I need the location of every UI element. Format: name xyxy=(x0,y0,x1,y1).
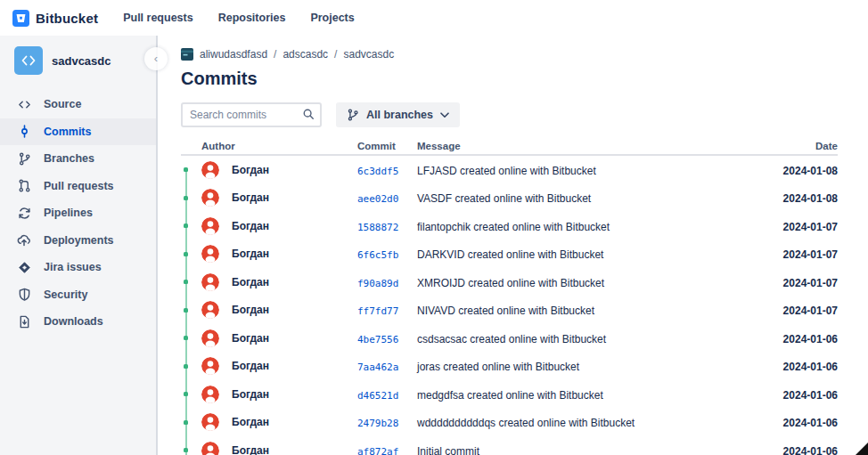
commit-message-link[interactable]: filantopchik created online with Bitbuck… xyxy=(417,221,610,233)
commit-graph-node xyxy=(181,280,201,284)
sidebar: sadvcasdc ‹ Source Commits xyxy=(0,36,158,455)
sidebar-item-security[interactable]: Security xyxy=(0,281,156,309)
commit-graph-node xyxy=(181,196,201,200)
sidebar-item-pull-requests[interactable]: Pull requests xyxy=(0,173,156,200)
commit-graph-node xyxy=(181,167,201,172)
sidebar-item-branches[interactable]: Branches xyxy=(0,145,156,173)
author-name: Богдан xyxy=(232,164,269,176)
commit-dot xyxy=(184,336,188,340)
bitbucket-logo[interactable]: Bitbucket xyxy=(12,10,98,27)
commit-message-link[interactable]: wddddddddddqs created online with Bitbuc… xyxy=(417,417,635,429)
commit-hash-link[interactable]: ff7fd77 xyxy=(357,305,398,317)
chevron-down-icon xyxy=(440,112,449,118)
commit-row: Богдан 1588872 filantopchik created onli… xyxy=(181,212,838,240)
commit-dot xyxy=(184,420,188,425)
deployments-icon xyxy=(17,233,31,248)
bitbucket-logo-icon xyxy=(12,10,29,27)
commit-hash-link[interactable]: 6c3ddf5 xyxy=(357,166,398,177)
pipelines-icon xyxy=(17,206,31,220)
commit-row: Богдан ff7fd77 NIVAVD created online wit… xyxy=(181,297,838,325)
author-avatar-icon xyxy=(201,189,219,207)
commit-hash-link[interactable]: af872af xyxy=(357,446,398,455)
commit-date: 2024-01-08 xyxy=(783,165,838,177)
sidebar-item-commits[interactable]: Commits xyxy=(0,118,156,146)
commit-row: Богдан d46521d medgdfsa created online w… xyxy=(181,380,838,409)
sidebar-item-label: Pull requests xyxy=(44,180,114,192)
author-name: Богдан xyxy=(232,220,269,232)
repo-header[interactable]: sadvcasdc xyxy=(0,46,156,75)
nav-item-repositories[interactable]: Repositories xyxy=(218,12,286,24)
commit-message-link[interactable]: Initial commit xyxy=(417,445,479,455)
commit-dot xyxy=(184,308,188,313)
commit-row: Богдан 4be7556 csdsacsac created online … xyxy=(181,324,838,353)
breadcrumb-project[interactable]: adscasdc xyxy=(283,48,328,61)
commit-hash-link[interactable]: 7aa462a xyxy=(357,362,398,373)
author-avatar-icon xyxy=(201,245,219,263)
commit-author-cell: Богдан xyxy=(201,413,357,431)
commit-author-cell: Богдан xyxy=(201,357,357,375)
commit-hash-link[interactable]: aee02d0 xyxy=(357,193,398,205)
commit-graph-node xyxy=(181,308,201,313)
commit-date: 2024-01-06 xyxy=(783,389,838,402)
author-name: Богдан xyxy=(232,332,269,345)
commit-hash-link[interactable]: 4be7556 xyxy=(357,334,398,345)
breadcrumb-repo[interactable]: sadvcasdc xyxy=(343,48,394,61)
breadcrumb-separator: / xyxy=(274,48,276,61)
branch-icon xyxy=(347,109,359,121)
commit-dot xyxy=(184,364,188,369)
commits-icon xyxy=(17,125,31,139)
commit-graph-node xyxy=(181,223,201,228)
commit-hash-link[interactable]: f90a89d xyxy=(357,278,398,289)
author-avatar-icon xyxy=(201,413,219,431)
sidebar-item-source[interactable]: Source xyxy=(0,91,156,118)
commit-hash-link[interactable]: 6f6c5fb xyxy=(357,249,398,261)
sidebar-item-deployments[interactable]: Deployments xyxy=(0,227,156,255)
commit-graph-node xyxy=(181,420,201,425)
sidebar-item-pipelines[interactable]: Pipelines xyxy=(0,199,156,227)
commit-graph-node xyxy=(181,392,201,396)
commit-dot xyxy=(184,223,188,228)
source-icon xyxy=(17,97,31,111)
commit-message-link[interactable]: LFJASD created online with Bitbucket xyxy=(417,165,596,177)
commit-message-link[interactable]: NIVAVD created online with Bitbucket xyxy=(417,305,594,317)
commit-author-cell: Богдан xyxy=(201,329,357,347)
sidebar-menu: Source Commits Branches xyxy=(0,91,156,336)
commit-row: Богдан f90a89d XMROIJD created online wi… xyxy=(181,268,838,297)
branch-filter-button[interactable]: All branches xyxy=(336,102,460,127)
code-icon xyxy=(20,53,37,69)
commit-dot xyxy=(184,252,188,256)
commit-hash-link[interactable]: d46521d xyxy=(357,390,398,402)
breadcrumb-workspace[interactable]: aliwudasdfasd xyxy=(200,48,267,61)
author-name: Богдан xyxy=(232,444,269,455)
sidebar-item-label: Deployments xyxy=(44,234,114,247)
commit-author-cell: Богдан xyxy=(201,217,357,235)
sidebar-item-jira-issues[interactable]: Jira issues xyxy=(0,254,156,281)
sidebar-item-label: Branches xyxy=(44,152,94,165)
author-name: Богдан xyxy=(232,304,269,316)
nav-item-projects[interactable]: Projects xyxy=(310,12,354,24)
commit-author-cell: Богдан xyxy=(201,301,357,319)
author-avatar-icon xyxy=(201,329,219,347)
commit-message-link[interactable]: DARKVID created online with Bitbucket xyxy=(417,248,603,261)
commit-message-link[interactable]: VASDF created online with Bitbucket xyxy=(417,192,591,205)
commit-dot xyxy=(184,392,188,396)
commit-message-link[interactable]: XMROIJD created online with Bitbucket xyxy=(417,277,604,289)
nav-item-pull-requests[interactable]: Pull requests xyxy=(123,12,193,24)
search-input[interactable] xyxy=(181,102,322,127)
author-name: Богдан xyxy=(232,360,269,372)
commit-dot xyxy=(184,280,188,284)
security-icon xyxy=(17,288,31,302)
commit-author-cell: Богдан xyxy=(201,273,357,291)
author-name: Богдан xyxy=(232,388,269,401)
commit-hash-link[interactable]: 2479b28 xyxy=(357,418,398,429)
commit-message-link[interactable]: medgdfsa created online with Bitbucket xyxy=(417,389,603,402)
author-avatar-icon xyxy=(201,386,219,403)
commit-message-link[interactable]: csdsacsac created online with Bitbucket xyxy=(417,333,606,345)
commits-list: Богдан 6c3ddf5 LFJASD created online wit… xyxy=(181,156,838,455)
commit-author-cell: Богдан xyxy=(201,245,357,263)
sidebar-item-label: Jira issues xyxy=(44,261,102,273)
sidebar-item-downloads[interactable]: Downloads xyxy=(0,308,156,336)
commit-hash-link[interactable]: 1588872 xyxy=(357,222,398,233)
bitbucket-wordmark: Bitbucket xyxy=(36,11,98,26)
commit-message-link[interactable]: joras created online with Bitbucket xyxy=(417,361,579,373)
